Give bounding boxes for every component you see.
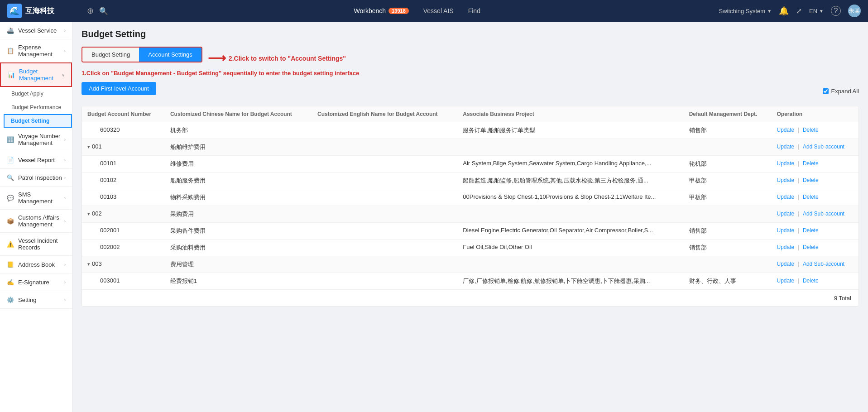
delete-link[interactable]: Delete [803, 160, 819, 167]
sidebar-item-vessel-service[interactable]: 🚢 Vessel Service › [0, 22, 72, 39]
sidebar-item-customs-affairs[interactable]: 📦 Customs AffairsManagement › [0, 210, 72, 232]
en-name-cell [312, 156, 457, 172]
sidebar-item-patrol-inspection[interactable]: 🔍 Patrol Inspection › [0, 169, 72, 186]
action-bar: Add First-level Account Expand All [82, 82, 859, 101]
add-sub-account-link[interactable]: Add Sub-account [803, 261, 844, 267]
expand-icon[interactable]: ▾ [87, 144, 90, 149]
chevron-right-icon: › [64, 28, 66, 33]
sidebar-item-address-book[interactable]: 📒 Address Book › [0, 256, 72, 273]
vessel-ais-nav-item[interactable]: Vessel AIS [423, 7, 454, 14]
voyage-icon: 🔢 [6, 135, 14, 144]
dept-cell [684, 206, 772, 223]
expand-icon[interactable]: ▾ [87, 211, 90, 216]
address-book-icon: 📒 [6, 260, 14, 268]
expand-all-label[interactable]: Expand All [831, 88, 859, 95]
sidebar-item-expense-management[interactable]: 📋 ExpenseManagement › [0, 39, 72, 62]
update-link[interactable]: Update [777, 194, 795, 200]
delete-link[interactable]: Delete [803, 194, 819, 200]
operation-cell: Update | Add Sub-account [772, 206, 858, 223]
expand-all-checkbox[interactable] [823, 88, 829, 94]
find-nav-item[interactable]: Find [468, 7, 480, 14]
language-dropdown[interactable]: EN ▼ [809, 8, 824, 14]
logo-area[interactable]: 🌊 互海科技 [7, 4, 80, 18]
delete-link[interactable]: Delete [803, 244, 819, 250]
bell-icon[interactable]: 🔔 [779, 6, 789, 16]
associate-cell: Diesel Engine,Electric Generator,Oil Sep… [457, 223, 683, 240]
history-icon[interactable]: ⊕ [87, 6, 94, 16]
update-link[interactable]: Update [777, 244, 795, 250]
instruction-text: 1.Click on "Budget Management - Budget S… [82, 70, 359, 77]
chevron-right-icon-report: › [64, 158, 66, 163]
budget-account-table: Budget Account Number Customized Chinese… [82, 106, 859, 307]
en-name-cell [312, 206, 457, 223]
sms-icon: 💬 [6, 194, 14, 202]
sidebar-item-budget-setting[interactable]: Budget Setting [4, 114, 72, 128]
associate-cell: 厂修,厂修报销单,检修,航修,航修报销单,卜下舱空调惠,卜下舱器惠,采购... [457, 273, 683, 290]
tabs-annotation-row: Budget Setting Account Settings ⟶ 2.Clic… [82, 47, 859, 70]
en-name-cell [312, 189, 457, 206]
account-number-cell: 003001 [82, 273, 165, 290]
add-sub-account-link[interactable]: Add Sub-account [803, 211, 844, 217]
delete-link[interactable]: Delete [803, 127, 819, 133]
account-number-cell: 600320 [82, 122, 165, 139]
help-icon[interactable]: ? [831, 6, 841, 16]
search-icon[interactable]: 🔍 [99, 7, 108, 15]
workbench-badge: 13918 [388, 8, 409, 14]
en-name-cell [312, 273, 457, 290]
red-arrow-icon: ⟶ [208, 51, 226, 66]
en-name-cell [312, 223, 457, 240]
sidebar-item-budget-management[interactable]: 📊 BudgetManagement ∨ [0, 62, 72, 87]
cn-name-cell: 船舶服务费用 [165, 172, 312, 189]
sidebar-item-budget-performance[interactable]: Budget Performance [4, 101, 72, 114]
table-row: ▾001 船舶维护费用 Update | Add Sub-account [82, 139, 858, 156]
workbench-nav-item[interactable]: Workbench 13918 [354, 7, 409, 14]
logo-icon: 🌊 [7, 4, 22, 18]
update-link[interactable]: Update [777, 278, 795, 284]
update-link[interactable]: Update [777, 211, 795, 217]
update-link[interactable]: Update [777, 227, 795, 234]
associate-cell: Air System,Bilge System,Seawater System,… [457, 156, 683, 172]
sidebar-group-customs: 📦 Customs AffairsManagement › [0, 210, 72, 233]
table-row: 002001 采购备件费用 Diesel Engine,Electric Gen… [82, 223, 858, 240]
update-link[interactable]: Update [777, 160, 795, 167]
table-footer: 9 Total [82, 290, 858, 306]
delete-link[interactable]: Delete [803, 278, 819, 284]
update-link[interactable]: Update [777, 261, 795, 267]
sidebar-item-vessel-incident[interactable]: ⚠️ Vessel Incident Records [0, 233, 72, 255]
associate-cell [457, 206, 683, 223]
dept-cell: 财务、行政、人事 [684, 273, 772, 290]
sidebar-item-e-signature[interactable]: ✍️ E-Signature › [0, 273, 72, 291]
dept-cell: 销售部 [684, 122, 772, 139]
en-name-cell [312, 256, 457, 273]
avatar[interactable]: 朱某 [848, 5, 861, 17]
delete-link[interactable]: Delete [803, 177, 819, 183]
tab-account-settings[interactable]: Account Settings [139, 48, 201, 62]
dept-cell: 轮机部 [684, 156, 772, 172]
sidebar-item-vessel-report[interactable]: 📄 Vessel Report › [0, 151, 72, 168]
operation-cell: Update | Delete [772, 172, 858, 189]
update-link[interactable]: Update [777, 144, 795, 150]
expand-icon[interactable]: ▾ [87, 261, 90, 267]
delete-link[interactable]: Delete [803, 227, 819, 234]
sidebar-item-setting[interactable]: ⚙️ Setting › [0, 291, 72, 308]
annotation-arrow-area: ⟶ 2.Click to switch to "Account Settings… [208, 51, 346, 66]
fullscreen-icon[interactable]: ⤢ [796, 7, 802, 15]
associate-cell: 船舶监造,船舶监修,船舶管理系统,其他,压载水检验,第三方检验服务,通... [457, 172, 683, 189]
logo-text: 互海科技 [25, 6, 54, 16]
operation-cell: Update | Add Sub-account [772, 256, 858, 273]
switching-system-dropdown[interactable]: Switching System ▼ [719, 8, 772, 14]
tab-budget-setting[interactable]: Budget Setting [82, 48, 139, 62]
cn-name-cell: 采购油料费用 [165, 240, 312, 256]
add-sub-account-link[interactable]: Add Sub-account [803, 144, 844, 150]
sidebar-item-voyage-number[interactable]: 🔢 Voyage NumberManagement › [0, 128, 72, 151]
account-number-cell: ▾002 [82, 206, 165, 223]
update-link[interactable]: Update [777, 127, 795, 133]
operation-cell: Update | Delete [772, 189, 858, 206]
sidebar-item-sms-management[interactable]: 💬 SMS Management › [0, 187, 72, 209]
user-name: 朱某 [849, 7, 860, 15]
add-first-level-account-button[interactable]: Add First-level Account [82, 82, 156, 95]
operation-cell: Update | Delete [772, 273, 858, 290]
update-link[interactable]: Update [777, 177, 795, 183]
sidebar-item-budget-apply[interactable]: Budget Apply [4, 87, 72, 101]
operation-cell: Update | Delete [772, 122, 858, 139]
